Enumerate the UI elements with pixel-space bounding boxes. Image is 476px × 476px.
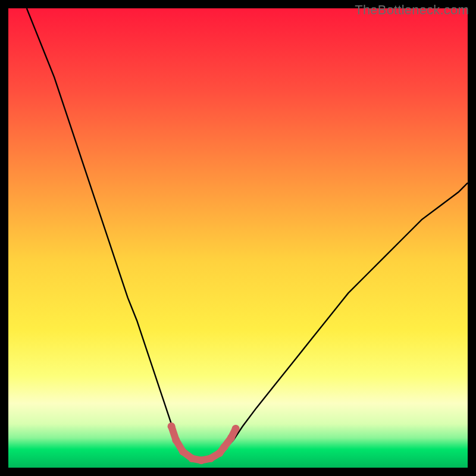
chart-stage: TheBottleneck.com [0,0,476,476]
plot-area [8,8,468,468]
watermark-text: TheBottleneck.com [355,2,469,18]
gradient-background [8,8,468,468]
bottleneck-chart-svg [8,8,468,468]
